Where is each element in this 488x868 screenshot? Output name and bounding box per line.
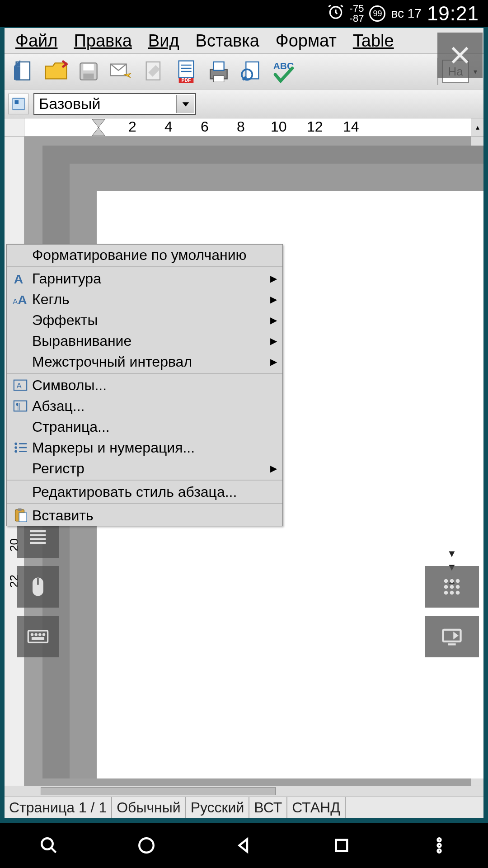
status-mode[interactable]: Обычный [112,797,186,818]
ctx-characters[interactable]: A Символы... [7,375,282,396]
svg-point-47 [35,634,37,636]
svg-point-46 [31,634,33,636]
new-doc-button[interactable] [8,56,39,87]
menu-table[interactable]: Table [345,29,402,52]
svg-rect-22 [15,100,19,104]
style-value: Базовый [39,95,100,113]
menu-format[interactable]: Формат [267,29,345,52]
svg-rect-16 [213,75,224,82]
menu-file[interactable]: Файл [7,29,66,52]
android-nav-bar [0,823,488,868]
ctx-font-size[interactable]: AA Кегль ▶ [7,289,282,310]
svg-rect-2 [14,66,20,80]
status-language[interactable]: Русский [186,797,250,818]
ctx-alignment[interactable]: Выравнивание ▶ [7,330,282,351]
horizontal-scrollbar[interactable] [5,786,483,797]
svg-point-34 [14,450,17,453]
overlay-display-button[interactable] [425,616,479,657]
signal-top: -75 [350,4,364,14]
ctx-paste[interactable]: Вставить [7,505,282,526]
ctx-page[interactable]: Страница... [7,416,282,437]
ruler-tick: 4 [164,118,173,135]
indent-marker-icon[interactable] [92,119,106,136]
ruler-tick: 10 [271,118,287,135]
svg-rect-15 [213,62,224,71]
scroll-up-button[interactable]: ▴ [471,118,483,136]
open-button[interactable] [41,56,71,87]
menubar: Файл Правка Вид Вставка Формат Table [5,28,483,53]
svg-point-59 [456,591,460,594]
svg-rect-5 [83,74,94,79]
ctx-bullets-numbering[interactable]: Маркеры и нумерация... [7,437,282,458]
ctx-paragraph[interactable]: ¶ Абзац... [7,396,282,416]
ctx-font-family[interactable]: A Гарнитура ▶ [7,268,282,289]
overlay-keyboard-button[interactable] [17,616,59,657]
status-insert[interactable]: ВСТ [249,797,287,818]
ctx-default-formatting[interactable]: Форматирование по умолчанию [7,245,282,265]
menu-edit[interactable]: Правка [66,29,140,52]
svg-point-58 [450,591,454,594]
svg-point-49 [43,634,45,636]
nav-recent-button[interactable] [329,833,354,858]
paragraph-style-combo[interactable]: Базовый [33,93,196,115]
svg-rect-8 [179,61,194,78]
svg-rect-65 [336,840,347,851]
ruler-tick: 2 [128,118,136,135]
svg-rect-37 [18,508,22,511]
battery-badge: 99 [369,5,385,22]
svg-point-56 [456,585,460,589]
status-day: вс 17 [391,6,421,21]
svg-line-63 [51,848,56,853]
nav-menu-button[interactable] [427,833,452,858]
menu-view[interactable]: Вид [140,29,188,52]
menu-insert[interactable]: Вставка [188,29,267,52]
ctx-effects[interactable]: Эффекты ▶ [7,310,282,330]
nav-back-button[interactable] [231,833,257,858]
paragraph-dialog-icon: ¶ [9,398,32,414]
ctx-separator [7,480,282,481]
alarm-icon [327,3,344,24]
android-status-bar: -75 -87 99 вс 17 19:21 [0,0,488,27]
submenu-arrow-icon: ▶ [266,294,277,305]
print-preview-button[interactable] [236,56,267,87]
edit-doc-button[interactable] [138,56,169,87]
scroll-down-icon[interactable]: ▼ [447,548,457,560]
svg-point-68 [438,849,441,853]
svg-point-57 [445,591,448,594]
svg-text:A: A [17,382,22,390]
ruler-corner [5,118,24,136]
ctx-edit-paragraph-style[interactable]: Редактировать стиль абзаца... [7,481,282,502]
ruler-scale[interactable]: 2 4 6 8 10 12 14 [24,118,471,136]
svg-point-67 [438,844,441,847]
print-button[interactable] [203,56,234,87]
svg-point-53 [456,580,460,583]
export-pdf-button[interactable]: PDF [171,56,202,87]
spellcheck-button[interactable]: ABC [268,56,299,87]
save-button[interactable] [73,56,104,87]
status-page[interactable]: Страница 1 / 1 [5,797,112,818]
nav-search-button[interactable] [36,833,61,858]
status-time: 19:21 [427,2,479,25]
svg-rect-4 [83,64,94,71]
svg-point-51 [445,580,448,583]
hscroll-thumb[interactable] [41,787,276,795]
horizontal-ruler[interactable]: 2 4 6 8 10 12 14 ▴ [5,118,483,137]
close-button[interactable] [437,33,483,78]
ctx-case[interactable]: Регистр ▶ [7,458,282,479]
submenu-arrow-icon: ▶ [266,356,277,367]
overlay-mouse-button[interactable] [17,566,59,608]
ruler-tick: 8 [237,118,245,135]
status-selection[interactable]: СТАНД [287,797,346,818]
submenu-arrow-icon: ▶ [266,315,277,326]
styles-button[interactable] [8,94,29,114]
signal-strength: -75 -87 [350,4,364,24]
nav-home-button[interactable] [134,833,159,858]
submenu-arrow-icon: ▶ [266,335,277,346]
ctx-line-spacing[interactable]: Межстрочный интервал ▶ [7,351,282,372]
email-button[interactable] [106,56,136,87]
svg-point-62 [42,838,53,849]
overlay-numpad-button[interactable] [425,566,479,608]
toolbar-formatting: Базовый [5,90,483,118]
combo-arrow-icon[interactable] [176,95,194,113]
svg-point-48 [39,634,41,636]
